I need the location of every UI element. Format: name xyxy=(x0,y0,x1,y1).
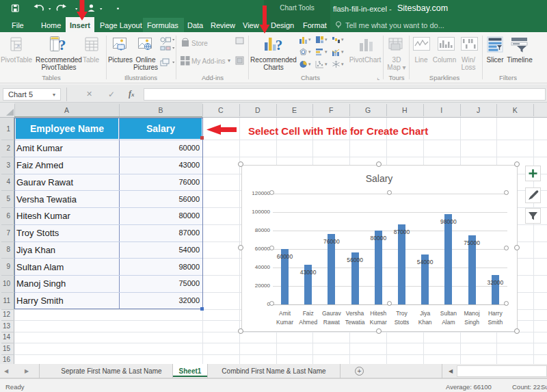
svg-text:?: ? xyxy=(59,36,66,53)
svg-text:?: ? xyxy=(276,37,283,53)
